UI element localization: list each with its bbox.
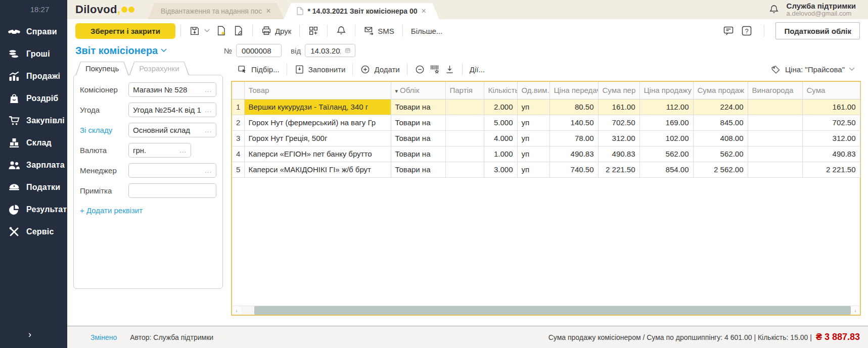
save-and-close-button[interactable]: Зберегти і закрити [75,23,175,39]
cell-reward[interactable] [748,146,802,162]
changed-link[interactable]: Змінено [90,333,117,341]
cell-n[interactable]: 1 [232,99,244,115]
document-number-input[interactable] [236,44,282,57]
col-header-account[interactable]: ▾Облік [391,82,445,99]
col-header-price-transfer[interactable]: Ціна передач [550,82,598,99]
prymitka-input[interactable] [128,183,216,198]
sklad-input[interactable]: Основний склад... [128,123,216,137]
tab-vidvantazhennia[interactable]: Відвантаження та надання пос × [148,3,284,19]
cell-account[interactable]: Товари на [391,130,445,146]
cell-qty[interactable]: 3.000 [484,162,517,177]
cell-price_sale[interactable]: 854.00 [639,162,693,177]
cell-unit[interactable]: уп [517,162,550,177]
tax-accounting-button[interactable]: Податковий облік [775,22,860,39]
cell-sum_sale[interactable]: 562.00 [693,146,748,162]
cell-price_sale[interactable]: 102.00 [639,130,693,146]
cell-reward[interactable] [748,130,802,146]
cell-sum_transfer[interactable]: 490.83 [598,146,639,162]
support-account[interactable]: Служба підтримки a.delovod@gmail.com [787,2,856,18]
cell-n[interactable]: 2 [232,115,244,130]
sms-button[interactable]: SMS [360,25,397,36]
reminder-button[interactable] [333,25,350,36]
tab-rozrakhunky[interactable]: Розрахунки [129,62,189,75]
sidebar-item-servis[interactable]: Сервіс [0,221,67,243]
close-icon[interactable]: × [266,7,270,16]
cell-account[interactable]: Товари на [391,146,445,162]
cell-unit[interactable]: уп [517,146,550,162]
cell-batch[interactable] [445,162,484,177]
cell-price_transfer[interactable]: 78.00 [550,130,598,146]
cell-sum_sale[interactable]: 408.00 [693,130,748,146]
sidebar-expand-chevron[interactable]: › [28,329,31,340]
cell-batch[interactable] [445,99,484,115]
cell-n[interactable]: 3 [232,130,244,146]
sidebar-item-spravy[interactable]: Справи [0,21,67,43]
cell-sum_transfer[interactable]: 312.00 [598,130,639,146]
cell-n[interactable]: 5 [232,162,244,177]
col-header-product[interactable]: Товар [244,82,391,99]
import-button[interactable] [442,64,457,75]
cell-n[interactable]: 4 [232,146,244,162]
picker-ellipsis-button[interactable]: ... [177,146,187,154]
picker-ellipsis-button[interactable]: ... [203,126,212,134]
number-input[interactable] [241,46,277,56]
uhoda-input[interactable]: Угода №254-К від 1 березн... [128,103,216,117]
cell-price_sale[interactable]: 112.00 [639,99,693,115]
document-date-input[interactable] [305,44,355,57]
valuta-input[interactable]: грн.... [128,143,191,158]
cell-price_sale[interactable]: 169.00 [639,115,693,130]
pick-items-button[interactable]: Підбір... [235,64,282,75]
cell-unit[interactable]: уп [517,99,550,115]
cell-batch[interactable] [445,115,484,130]
col-header-unit[interactable]: Од.вим. [517,82,550,99]
price-type-selector[interactable]: Ціна: "Прайсова" [770,64,868,75]
notifications-bell-icon[interactable] [768,4,780,16]
cell-sum_sale[interactable]: 845.00 [693,115,748,130]
cell-sum[interactable]: 490.83 [802,146,860,162]
col-header-sum-transfer[interactable]: Сума пер [598,82,639,99]
cell-price_transfer[interactable]: 80.50 [550,99,598,115]
sidebar-item-podatky[interactable]: Податки [0,176,67,198]
zi-skladu-link[interactable]: Зі складу [80,126,128,134]
comment-icon[interactable] [722,25,735,37]
fill-button[interactable]: Заповнити [292,64,348,75]
col-header-price-sale[interactable]: Ціна продажу [639,82,693,99]
col-header-batch[interactable]: Партія [445,82,484,99]
print-button[interactable]: Друк [258,25,294,36]
cell-qty[interactable]: 1.000 [484,146,517,162]
add-requisite-link[interactable]: + Додати реквізит [80,206,216,215]
menedzher-input[interactable]: ... [128,163,216,178]
cell-product[interactable]: Горох Нут (фермерський) на вагу Гр [244,115,391,130]
tab-zvit-komisionera[interactable]: * 14.03.2021 Звіт комісіонера 00 × [284,3,439,19]
table-row[interactable]: 1Вершки кукурудзи - Таїланд, 340 гТовари… [232,99,860,115]
cell-sum[interactable]: 312.00 [802,130,860,146]
cell-product[interactable]: Вершки кукурудзи - Таїланд, 340 г [244,99,391,115]
cell-sum_sale[interactable]: 224.00 [693,99,748,115]
cell-product[interactable]: Каперси «МАКІДОНІКІ ГІ» ж/б брут [244,162,391,177]
tab-pokupets[interactable]: Покупець [75,62,129,75]
cell-qty[interactable]: 2.000 [484,99,517,115]
cell-unit[interactable]: уп [517,130,550,146]
cell-reward[interactable] [748,115,802,130]
save-button[interactable] [186,25,213,36]
sidebar-item-rezultaty[interactable]: Результати [0,198,67,221]
table-row[interactable]: 3Горох Нут Греція, 500гТовари на4.000уп7… [232,130,860,146]
sidebar-item-zarplata[interactable]: Зарплата [0,154,67,176]
attach-file-button[interactable] [230,25,247,36]
table-row[interactable]: 4Каперси «ЕГІОН» пет банку бруттоТовари … [232,146,860,162]
col-header-qty[interactable]: Кількість [484,82,517,99]
cell-sum_transfer[interactable]: 702.50 [598,115,639,130]
cell-sum[interactable]: 2 221.50 [802,162,860,177]
picker-ellipsis-button[interactable]: ... [203,106,212,114]
sidebar-item-zakupivli[interactable]: Закупівлі [0,110,67,132]
sidebar-item-sklad[interactable]: Склад [0,132,67,154]
col-header-rownum[interactable] [232,82,244,99]
cell-price_sale[interactable]: 562.00 [639,146,693,162]
cell-reward[interactable] [748,162,802,177]
help-icon[interactable]: ? [741,25,753,37]
cell-price_transfer[interactable]: 740.50 [550,162,598,177]
barcode-scan-button[interactable] [427,64,442,75]
cell-price_transfer[interactable]: 490.83 [550,146,598,162]
add-row-button[interactable]: Додати [358,64,401,75]
picker-ellipsis-button[interactable]: ... [203,86,212,93]
